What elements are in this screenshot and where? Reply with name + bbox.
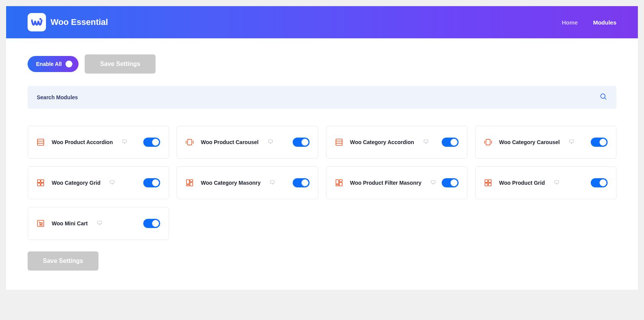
module-left: Woo Product Filter Masonry	[335, 179, 436, 187]
demo-link-icon[interactable]	[270, 179, 275, 186]
toggle-knob-icon	[302, 179, 308, 186]
module-toggle[interactable]	[442, 178, 459, 187]
content: Enable All Save Settings Woo Product Acc…	[6, 38, 638, 290]
module-left: Woo Category Accordion	[335, 138, 429, 146]
module-type-icon	[484, 179, 492, 187]
search-input[interactable]	[37, 86, 600, 109]
save-settings-bottom-button[interactable]: Save Settings	[28, 251, 98, 271]
module-label: Woo Category Grid	[52, 180, 100, 186]
demo-link-icon[interactable]	[97, 220, 102, 227]
demo-link-icon[interactable]	[268, 139, 273, 146]
module-card: Woo Category Carousel	[475, 126, 616, 159]
brand: Woo Essential	[28, 13, 108, 31]
svg-rect-28	[41, 180, 44, 182]
module-label: Woo Category Carousel	[499, 139, 560, 145]
module-left: Woo Category Grid	[36, 179, 115, 187]
modules-grid: Woo Product AccordionWoo Product Carouse…	[28, 126, 616, 240]
module-toggle[interactable]	[591, 138, 608, 147]
toggle-knob-icon	[152, 179, 159, 186]
save-settings-top-button[interactable]: Save Settings	[85, 54, 156, 74]
svg-rect-29	[38, 183, 40, 186]
svg-rect-30	[41, 183, 44, 186]
svg-rect-27	[38, 180, 40, 182]
brand-logo-icon	[28, 13, 46, 31]
svg-rect-6	[123, 140, 127, 143]
demo-link-icon[interactable]	[569, 139, 574, 146]
svg-rect-35	[190, 180, 193, 182]
module-type-icon	[484, 138, 492, 146]
demo-link-icon[interactable]	[423, 139, 429, 146]
module-type-icon	[335, 138, 343, 146]
module-card: Woo Category Grid	[28, 166, 169, 199]
toggle-knob-icon	[302, 139, 308, 146]
toggle-knob-icon	[451, 139, 457, 146]
module-card: Woo Product Filter Masonry	[326, 166, 467, 199]
svg-rect-42	[339, 180, 342, 182]
module-card: Woo Category Accordion	[326, 126, 467, 159]
svg-rect-38	[270, 181, 275, 183]
module-type-icon	[335, 179, 343, 187]
svg-rect-3	[38, 139, 44, 146]
module-toggle[interactable]	[442, 138, 459, 147]
svg-rect-18	[424, 140, 428, 143]
module-type-icon	[36, 179, 45, 187]
nav-link-home[interactable]: Home	[562, 19, 578, 26]
svg-rect-41	[336, 180, 338, 184]
svg-rect-21	[486, 139, 490, 145]
module-left: Woo Mini Cart	[36, 219, 102, 228]
module-type-icon	[36, 138, 45, 146]
svg-rect-43	[336, 185, 338, 186]
module-left: Woo Product Carousel	[185, 138, 273, 146]
svg-rect-48	[485, 180, 488, 182]
enable-all-button[interactable]: Enable All	[28, 56, 79, 72]
module-type-icon	[185, 138, 194, 146]
svg-rect-36	[187, 185, 189, 186]
header-nav: Home Modules	[562, 19, 616, 26]
bottom-actions: Save Settings	[28, 251, 616, 271]
module-card: Woo Product Grid	[475, 166, 616, 199]
toggle-knob-icon	[152, 139, 159, 146]
demo-link-icon[interactable]	[122, 139, 127, 146]
module-left: Woo Category Masonry	[185, 179, 275, 187]
module-toggle[interactable]	[143, 178, 160, 187]
module-toggle[interactable]	[293, 178, 310, 187]
svg-rect-34	[187, 180, 189, 184]
svg-point-57	[41, 225, 42, 226]
module-toggle[interactable]	[143, 138, 160, 147]
module-label: Woo Category Masonry	[201, 180, 261, 186]
svg-rect-37	[190, 182, 193, 186]
search-icon	[600, 93, 607, 102]
demo-link-icon[interactable]	[110, 179, 115, 186]
svg-point-0	[39, 18, 41, 20]
svg-rect-55	[38, 220, 44, 227]
demo-link-icon[interactable]	[554, 179, 559, 186]
toggle-dot-icon	[66, 61, 72, 67]
search-bar	[28, 86, 616, 109]
module-label: Woo Product Filter Masonry	[350, 180, 421, 186]
module-label: Woo Mini Cart	[52, 220, 88, 226]
svg-rect-58	[98, 221, 102, 224]
svg-point-56	[40, 225, 41, 226]
demo-link-icon[interactable]	[431, 179, 436, 186]
toggle-knob-icon	[451, 179, 457, 186]
svg-rect-44	[339, 182, 342, 186]
svg-point-1	[601, 94, 605, 98]
svg-rect-45	[431, 181, 436, 183]
module-type-icon	[185, 179, 194, 187]
nav-link-modules[interactable]: Modules	[593, 19, 616, 26]
module-label: Woo Product Carousel	[201, 139, 259, 145]
module-toggle[interactable]	[293, 138, 310, 147]
enable-all-label: Enable All	[36, 61, 62, 67]
svg-rect-12	[269, 140, 273, 143]
module-left: Woo Product Grid	[484, 179, 560, 187]
toggle-knob-icon	[600, 139, 606, 146]
module-toggle[interactable]	[591, 178, 608, 187]
svg-rect-9	[188, 139, 192, 145]
module-label: Woo Category Accordion	[350, 139, 414, 145]
toggle-knob-icon	[152, 220, 159, 227]
svg-rect-31	[110, 181, 115, 183]
brand-title: Woo Essential	[51, 17, 108, 27]
module-toggle[interactable]	[143, 219, 160, 228]
module-card: Woo Product Accordion	[28, 126, 169, 159]
top-actions: Enable All Save Settings	[28, 54, 616, 74]
